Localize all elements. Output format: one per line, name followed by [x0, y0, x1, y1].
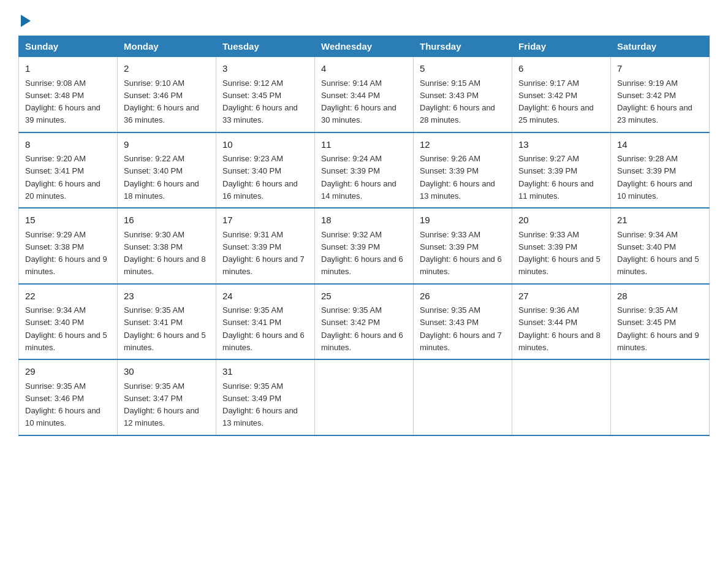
- day-info: Sunrise: 9:31 AMSunset: 3:39 PMDaylight:…: [222, 230, 305, 277]
- day-info: Sunrise: 9:33 AMSunset: 3:39 PMDaylight:…: [420, 230, 502, 277]
- day-number: 23: [124, 289, 210, 304]
- day-info: Sunrise: 9:15 AMSunset: 3:43 PMDaylight:…: [420, 79, 495, 125]
- day-info: Sunrise: 9:30 AMSunset: 3:38 PMDaylight:…: [124, 230, 206, 277]
- day-number: 24: [222, 289, 308, 304]
- header-friday: Friday: [512, 36, 611, 57]
- calendar-cell: 12Sunrise: 9:26 AMSunset: 3:39 PMDayligh…: [414, 132, 512, 209]
- day-number: 16: [124, 213, 210, 228]
- day-number: 2: [124, 62, 210, 76]
- day-number: 20: [518, 213, 604, 228]
- header-wednesday: Wednesday: [315, 36, 414, 57]
- day-info: Sunrise: 9:23 AMSunset: 3:40 PMDaylight:…: [222, 154, 298, 201]
- calendar-cell: 2Sunrise: 9:10 AMSunset: 3:46 PMDaylight…: [118, 57, 216, 132]
- day-info: Sunrise: 9:24 AMSunset: 3:39 PMDaylight:…: [321, 154, 396, 201]
- day-info: Sunrise: 9:35 AMSunset: 3:41 PMDaylight:…: [222, 305, 305, 352]
- day-info: Sunrise: 9:35 AMSunset: 3:42 PMDaylight:…: [321, 305, 403, 352]
- calendar-cell: 17Sunrise: 9:31 AMSunset: 3:39 PMDayligh…: [216, 208, 315, 284]
- day-number: 29: [25, 365, 111, 379]
- day-info: Sunrise: 9:14 AMSunset: 3:44 PMDaylight:…: [321, 79, 396, 125]
- header-sunday: Sunday: [19, 36, 118, 57]
- day-info: Sunrise: 9:19 AMSunset: 3:42 PMDaylight:…: [617, 79, 692, 125]
- day-number: 11: [321, 138, 407, 152]
- calendar-cell: 15Sunrise: 9:29 AMSunset: 3:38 PMDayligh…: [19, 208, 118, 284]
- day-number: 12: [420, 138, 506, 152]
- day-info: Sunrise: 9:35 AMSunset: 3:43 PMDaylight:…: [420, 305, 502, 352]
- day-number: 27: [518, 289, 604, 304]
- day-info: Sunrise: 9:35 AMSunset: 3:47 PMDaylight:…: [124, 381, 199, 428]
- calendar-cell: 24Sunrise: 9:35 AMSunset: 3:41 PMDayligh…: [216, 284, 315, 360]
- calendar-week-row: 29Sunrise: 9:35 AMSunset: 3:46 PMDayligh…: [19, 359, 710, 435]
- calendar-cell: 3Sunrise: 9:12 AMSunset: 3:45 PMDaylight…: [216, 57, 315, 132]
- calendar-header-row: SundayMondayTuesdayWednesdayThursdayFrid…: [19, 36, 710, 57]
- calendar-cell: 1Sunrise: 9:08 AMSunset: 3:48 PMDaylight…: [19, 57, 118, 132]
- day-number: 25: [321, 289, 407, 304]
- day-info: Sunrise: 9:32 AMSunset: 3:39 PMDaylight:…: [321, 230, 403, 277]
- calendar-cell: 11Sunrise: 9:24 AMSunset: 3:39 PMDayligh…: [315, 132, 414, 209]
- calendar-cell: 7Sunrise: 9:19 AMSunset: 3:42 PMDaylight…: [611, 57, 710, 132]
- calendar-week-row: 15Sunrise: 9:29 AMSunset: 3:38 PMDayligh…: [19, 208, 710, 284]
- day-number: 3: [222, 62, 308, 76]
- day-number: 8: [25, 138, 111, 152]
- calendar-cell: 28Sunrise: 9:35 AMSunset: 3:45 PMDayligh…: [611, 284, 710, 360]
- header-tuesday: Tuesday: [216, 36, 315, 57]
- calendar-cell: 14Sunrise: 9:28 AMSunset: 3:39 PMDayligh…: [611, 132, 710, 209]
- day-info: Sunrise: 9:26 AMSunset: 3:39 PMDaylight:…: [420, 154, 495, 201]
- day-info: Sunrise: 9:35 AMSunset: 3:46 PMDaylight:…: [25, 381, 100, 428]
- calendar-cell: [611, 359, 710, 435]
- calendar-cell: 25Sunrise: 9:35 AMSunset: 3:42 PMDayligh…: [315, 284, 414, 360]
- day-number: 14: [617, 138, 703, 152]
- calendar-cell: 31Sunrise: 9:35 AMSunset: 3:49 PMDayligh…: [216, 359, 315, 435]
- day-number: 17: [222, 213, 308, 228]
- logo: [18, 12, 31, 25]
- calendar-cell: 5Sunrise: 9:15 AMSunset: 3:43 PMDaylight…: [414, 57, 512, 132]
- calendar-week-row: 8Sunrise: 9:20 AMSunset: 3:41 PMDaylight…: [19, 132, 710, 209]
- calendar-cell: 4Sunrise: 9:14 AMSunset: 3:44 PMDaylight…: [315, 57, 414, 132]
- calendar-cell: 22Sunrise: 9:34 AMSunset: 3:40 PMDayligh…: [19, 284, 118, 360]
- day-info: Sunrise: 9:12 AMSunset: 3:45 PMDaylight:…: [222, 79, 298, 125]
- day-info: Sunrise: 9:22 AMSunset: 3:40 PMDaylight:…: [124, 154, 199, 201]
- day-info: Sunrise: 9:28 AMSunset: 3:39 PMDaylight:…: [617, 154, 692, 201]
- calendar-cell: 10Sunrise: 9:23 AMSunset: 3:40 PMDayligh…: [216, 132, 315, 209]
- calendar-cell: 29Sunrise: 9:35 AMSunset: 3:46 PMDayligh…: [19, 359, 118, 435]
- day-info: Sunrise: 9:34 AMSunset: 3:40 PMDaylight:…: [617, 230, 699, 277]
- day-info: Sunrise: 9:35 AMSunset: 3:45 PMDaylight:…: [617, 305, 699, 352]
- day-info: Sunrise: 9:35 AMSunset: 3:49 PMDaylight:…: [222, 381, 298, 428]
- day-number: 30: [124, 365, 210, 379]
- page-header: [18, 12, 710, 25]
- calendar-cell: [315, 359, 414, 435]
- day-info: Sunrise: 9:29 AMSunset: 3:38 PMDaylight:…: [25, 230, 107, 277]
- day-number: 7: [617, 62, 703, 76]
- calendar-table: SundayMondayTuesdayWednesdayThursdayFrid…: [18, 36, 710, 436]
- day-info: Sunrise: 9:36 AMSunset: 3:44 PMDaylight:…: [518, 305, 601, 352]
- day-number: 18: [321, 213, 407, 228]
- calendar-cell: 27Sunrise: 9:36 AMSunset: 3:44 PMDayligh…: [512, 284, 611, 360]
- day-info: Sunrise: 9:10 AMSunset: 3:46 PMDaylight:…: [124, 79, 199, 125]
- header-thursday: Thursday: [414, 36, 512, 57]
- calendar-cell: 26Sunrise: 9:35 AMSunset: 3:43 PMDayligh…: [414, 284, 512, 360]
- day-number: 10: [222, 138, 308, 152]
- day-info: Sunrise: 9:08 AMSunset: 3:48 PMDaylight:…: [25, 79, 100, 125]
- day-info: Sunrise: 9:34 AMSunset: 3:40 PMDaylight:…: [25, 305, 107, 352]
- day-number: 4: [321, 62, 407, 76]
- day-info: Sunrise: 9:17 AMSunset: 3:42 PMDaylight:…: [518, 79, 594, 125]
- day-info: Sunrise: 9:35 AMSunset: 3:41 PMDaylight:…: [124, 305, 206, 352]
- logo-arrow-icon: [21, 15, 31, 27]
- calendar-cell: 19Sunrise: 9:33 AMSunset: 3:39 PMDayligh…: [414, 208, 512, 284]
- calendar-cell: 18Sunrise: 9:32 AMSunset: 3:39 PMDayligh…: [315, 208, 414, 284]
- calendar-cell: [512, 359, 611, 435]
- day-number: 31: [222, 365, 308, 379]
- calendar-cell: 13Sunrise: 9:27 AMSunset: 3:39 PMDayligh…: [512, 132, 611, 209]
- day-number: 9: [124, 138, 210, 152]
- calendar-cell: 9Sunrise: 9:22 AMSunset: 3:40 PMDaylight…: [118, 132, 216, 209]
- calendar-cell: [414, 359, 512, 435]
- day-info: Sunrise: 9:27 AMSunset: 3:39 PMDaylight:…: [518, 154, 594, 201]
- calendar-week-row: 1Sunrise: 9:08 AMSunset: 3:48 PMDaylight…: [19, 57, 710, 132]
- calendar-cell: 23Sunrise: 9:35 AMSunset: 3:41 PMDayligh…: [118, 284, 216, 360]
- calendar-cell: 6Sunrise: 9:17 AMSunset: 3:42 PMDaylight…: [512, 57, 611, 132]
- day-number: 6: [518, 62, 604, 76]
- day-number: 22: [25, 289, 111, 304]
- calendar-cell: 8Sunrise: 9:20 AMSunset: 3:41 PMDaylight…: [19, 132, 118, 209]
- calendar-cell: 16Sunrise: 9:30 AMSunset: 3:38 PMDayligh…: [118, 208, 216, 284]
- day-number: 26: [420, 289, 506, 304]
- day-number: 28: [617, 289, 703, 304]
